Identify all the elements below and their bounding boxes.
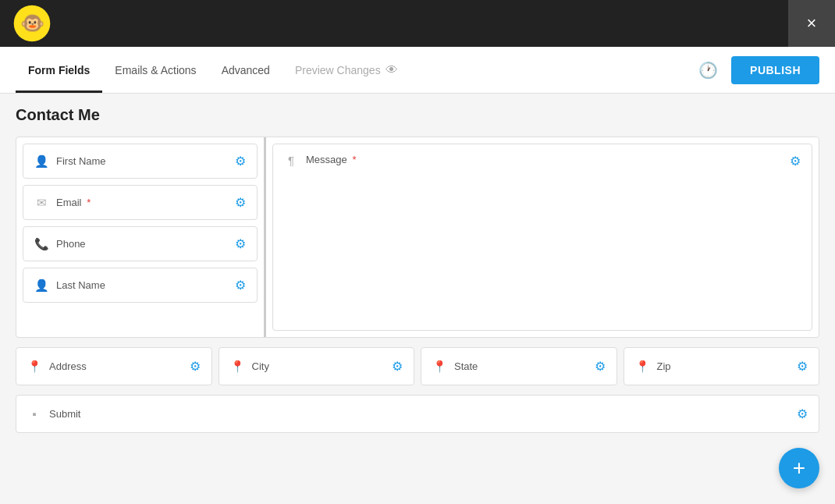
- field-state[interactable]: 📍 State ⚙: [421, 347, 617, 385]
- gear-icon-address[interactable]: ⚙: [190, 359, 201, 374]
- gear-icon-message[interactable]: ⚙: [790, 154, 801, 169]
- gear-icon-zip[interactable]: ⚙: [797, 359, 808, 374]
- field-last-name[interactable]: 👤 Last Name ⚙: [23, 268, 258, 303]
- publish-button[interactable]: PUBLISH: [731, 56, 819, 84]
- main-content: Contact Me 👤 First Name ⚙ ✉ Email * ⚙: [0, 94, 835, 504]
- field-city[interactable]: 📍 City ⚙: [219, 347, 415, 385]
- field-address[interactable]: 📍 Address ⚙: [16, 347, 212, 385]
- location-icon-zip: 📍: [635, 360, 649, 374]
- gear-icon-phone[interactable]: ⚙: [235, 236, 246, 251]
- gear-icon-city[interactable]: ⚙: [392, 359, 403, 374]
- history-icon: 🕐: [698, 61, 718, 80]
- paragraph-icon: ¶: [284, 154, 298, 167]
- form-canvas: 👤 First Name ⚙ ✉ Email * ⚙ 📞 Phone ⚙: [16, 137, 819, 433]
- location-icon-address: 📍: [27, 360, 41, 374]
- email-icon: ✉: [34, 196, 48, 210]
- field-phone[interactable]: 📞 Phone ⚙: [23, 226, 258, 261]
- tab-advanced[interactable]: Advanced: [209, 47, 282, 93]
- gear-icon-first-name[interactable]: ⚙: [235, 154, 246, 169]
- nav-actions: 🕐 PUBLISH: [694, 56, 819, 84]
- two-column-section: 👤 First Name ⚙ ✉ Email * ⚙ 📞 Phone ⚙: [16, 137, 819, 338]
- field-submit[interactable]: ▪ Submit ⚙: [16, 395, 819, 433]
- field-email[interactable]: ✉ Email * ⚙: [23, 185, 258, 220]
- close-button[interactable]: ×: [788, 0, 835, 47]
- eye-icon: 👁: [386, 63, 398, 77]
- history-button[interactable]: 🕐: [694, 56, 722, 84]
- mailchimp-logo: 🐵: [12, 4, 52, 43]
- field-zip[interactable]: 📍 Zip ⚙: [624, 347, 820, 385]
- tab-emails-actions[interactable]: Emails & Actions: [102, 47, 208, 93]
- tab-form-fields[interactable]: Form Fields: [16, 47, 102, 93]
- add-field-button[interactable]: +: [779, 448, 819, 488]
- bottom-row: 📍 Address ⚙ 📍 City ⚙ 📍 State ⚙ 📍 Zip ⚙: [16, 347, 819, 385]
- form-title: Contact Me: [16, 106, 819, 124]
- gear-icon-email[interactable]: ⚙: [235, 195, 246, 210]
- gear-icon-state[interactable]: ⚙: [595, 359, 606, 374]
- required-star-msg: *: [352, 154, 356, 165]
- submit-icon: ▪: [27, 407, 41, 421]
- nav-area: Form Fields Emails & Actions Advanced Pr…: [0, 47, 835, 94]
- right-column: ¶ Message * ⚙: [266, 137, 819, 337]
- location-icon-city: 📍: [230, 360, 244, 374]
- left-column: 👤 First Name ⚙ ✉ Email * ⚙ 📞 Phone ⚙: [16, 137, 266, 337]
- phone-icon: 📞: [34, 237, 48, 251]
- field-message[interactable]: ¶ Message * ⚙: [272, 144, 812, 331]
- top-bar: 🐵 ×: [0, 0, 835, 47]
- field-first-name[interactable]: 👤 First Name ⚙: [23, 144, 258, 179]
- gear-icon-submit[interactable]: ⚙: [797, 406, 808, 421]
- tab-preview-changes[interactable]: Preview Changes 👁: [282, 47, 410, 93]
- svg-text:🐵: 🐵: [20, 11, 45, 35]
- location-icon-state: 📍: [432, 360, 446, 374]
- required-star: *: [87, 197, 91, 208]
- gear-icon-last-name[interactable]: ⚙: [235, 278, 246, 293]
- nav-tabs: Form Fields Emails & Actions Advanced Pr…: [16, 47, 694, 93]
- person-icon-last: 👤: [34, 279, 48, 293]
- person-icon: 👤: [34, 154, 48, 169]
